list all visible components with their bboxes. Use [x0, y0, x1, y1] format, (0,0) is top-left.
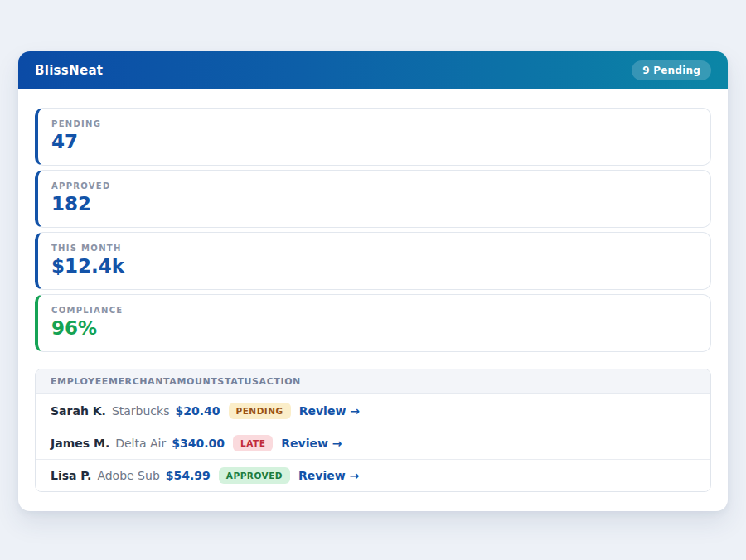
expense-amount: $54.99: [166, 469, 211, 482]
table-row: James M. Delta Air $340.00 LATE Review →: [36, 427, 710, 459]
merchant-name: Adobe Sub: [97, 469, 159, 482]
table-row: Lisa P. Adobe Sub $54.99 APPROVED Review…: [36, 459, 710, 491]
merchant-name: Delta Air: [115, 437, 166, 450]
dashboard-card: BlissNeat 9 Pending PENDING 47 APPROVED …: [18, 51, 728, 511]
stat-label: PENDING: [51, 119, 697, 128]
expenses-table: EMPLOYEEMERCHANTAMOUNTSTATUSACTION Sarah…: [35, 369, 711, 492]
table-row: Sarah K. Starbucks $20.40 PENDING Review…: [36, 394, 710, 427]
pending-count-badge: 9 Pending: [632, 60, 711, 80]
employee-name: Sarah K.: [51, 404, 106, 418]
employee-name: James M.: [51, 437, 109, 450]
stat-value: 182: [51, 193, 697, 215]
review-link[interactable]: Review →: [299, 404, 360, 418]
employee-name: Lisa P.: [51, 469, 91, 482]
page-background: { "app": { "title": "BlissNeat", "header…: [0, 0, 746, 560]
column-header-action: ACTION: [259, 376, 301, 387]
review-link[interactable]: Review →: [281, 437, 342, 450]
stat-card-this-month: THIS MONTH $12.4k: [35, 232, 711, 290]
stat-label: THIS MONTH: [51, 244, 697, 253]
expense-amount: $340.00: [172, 437, 225, 450]
stat-card-compliance: COMPLIANCE 96%: [35, 294, 711, 352]
stat-card-approved: APPROVED 182: [35, 170, 711, 228]
table-header-row: EMPLOYEEMERCHANTAMOUNTSTATUSACTION: [36, 369, 710, 394]
expense-amount: $20.40: [175, 404, 220, 418]
status-badge: APPROVED: [219, 467, 290, 484]
stat-card-pending: PENDING 47: [35, 108, 711, 166]
column-header-employee: EMPLOYEE: [51, 376, 109, 387]
stat-label: APPROVED: [51, 181, 697, 191]
column-header-status: STATUS: [217, 376, 259, 387]
stat-value: $12.4k: [51, 255, 697, 277]
card-body: PENDING 47 APPROVED 182 THIS MONTH $12.4…: [18, 89, 728, 492]
column-header-merchant: MERCHANT: [109, 376, 169, 387]
column-header-amount: AMOUNT: [169, 376, 217, 387]
stat-value: 47: [51, 131, 697, 152]
review-link[interactable]: Review →: [298, 469, 359, 482]
merchant-name: Starbucks: [112, 404, 170, 418]
app-title: BlissNeat: [35, 63, 103, 78]
app-header: BlissNeat 9 Pending: [18, 51, 728, 89]
stat-label: COMPLIANCE: [51, 306, 697, 315]
status-badge: LATE: [233, 435, 273, 451]
stat-value: 96%: [51, 317, 697, 339]
status-badge: PENDING: [229, 403, 291, 419]
